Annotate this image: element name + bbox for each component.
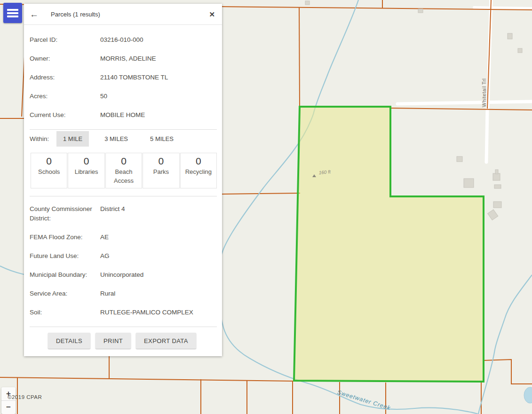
distance-label: 160 ft bbox=[318, 169, 331, 175]
stat-card-schools[interactable]: 0 Schools bbox=[31, 153, 67, 188]
detail-label: FEMA Flood Zone: bbox=[30, 233, 100, 242]
detail-label: Soil: bbox=[30, 308, 100, 317]
field-label: Current Use: bbox=[30, 110, 100, 120]
detail-value: Rural bbox=[100, 289, 217, 298]
stat-label: Beach Access bbox=[106, 167, 142, 185]
detail-row-fema-flood-zone: FEMA Flood Zone: AE bbox=[30, 233, 217, 242]
parcel-results-panel: ← Parcels (1 results) ✕ Parcel ID: 03216… bbox=[24, 4, 222, 356]
zoom-out-button[interactable]: − bbox=[1, 401, 16, 414]
field-label: Owner: bbox=[30, 54, 100, 63]
stat-card-libraries[interactable]: 0 Libraries bbox=[68, 153, 104, 188]
tab-1-mile[interactable]: 1 MILE bbox=[56, 131, 89, 147]
field-row-owner: Owner: MORRIS, ADELINE bbox=[30, 54, 217, 63]
close-icon[interactable]: ✕ bbox=[209, 11, 215, 18]
stat-count: 0 bbox=[181, 155, 216, 167]
export-data-button[interactable]: EXPORT DATA bbox=[136, 333, 196, 349]
detail-label: Service Area: bbox=[30, 289, 100, 298]
field-row-parcel-id: Parcel ID: 03216-010-000 bbox=[30, 35, 217, 45]
menu-button[interactable] bbox=[3, 3, 22, 23]
parcel-fields: Parcel ID: 03216-010-000 Owner: MORRIS, … bbox=[30, 35, 217, 120]
selected-parcel-polygon[interactable] bbox=[294, 107, 484, 382]
stat-label: Libraries bbox=[68, 167, 104, 176]
stat-count: 0 bbox=[68, 155, 104, 167]
divider bbox=[30, 129, 217, 130]
field-value: MOBILE HOME bbox=[100, 110, 217, 120]
detail-row-commissioner-district: County Commissioner District: District 4 bbox=[30, 204, 217, 223]
tab-5-miles[interactable]: 5 MILES bbox=[143, 131, 180, 147]
road-label: Whitetail Trl bbox=[481, 78, 487, 107]
panel-title: Parcels (1 results) bbox=[51, 11, 100, 18]
hamburger-icon bbox=[7, 9, 18, 11]
detail-row-future-land-use: Future Land Use: AG bbox=[30, 251, 217, 261]
pond bbox=[524, 387, 532, 403]
field-value: 03216-010-000 bbox=[100, 35, 217, 45]
divider bbox=[30, 327, 217, 327]
detail-row-soil: Soil: RUTLEGE-PAMLICO COMPLEX bbox=[30, 308, 217, 317]
creek-left-segment bbox=[0, 266, 24, 274]
stat-label: Recycling bbox=[181, 167, 216, 176]
stat-label: Schools bbox=[31, 167, 67, 176]
panel-body: Parcel ID: 03216-010-000 Owner: MORRIS, … bbox=[24, 35, 222, 349]
panel-actions: DETAILS PRINT EXPORT DATA bbox=[48, 333, 217, 349]
stat-count: 0 bbox=[31, 155, 67, 167]
field-row-address: Address: 21140 TOMBSTONE TL bbox=[30, 73, 217, 82]
detail-value: AG bbox=[100, 251, 217, 261]
divider bbox=[30, 196, 217, 196]
stat-card-beach-access[interactable]: 0 Beach Access bbox=[105, 153, 142, 188]
detail-row-service-area: Service Area: Rural bbox=[30, 289, 217, 298]
detail-label: Future Land Use: bbox=[30, 251, 100, 261]
within-selector: Within: 1 MILE 3 MILES 5 MILES bbox=[30, 131, 217, 147]
amenity-stat-cards: 0 Schools 0 Libraries 0 Beach Access 0 P… bbox=[31, 153, 217, 188]
detail-label: County Commissioner District: bbox=[30, 204, 100, 223]
app-window: 160 ft Sweetwater Creek Whitetail Trl ← … bbox=[0, 0, 532, 414]
panel-header: ← Parcels (1 results) ✕ bbox=[24, 4, 222, 25]
detail-value: Unincorporated bbox=[100, 270, 217, 280]
stat-count: 0 bbox=[106, 155, 142, 167]
field-value: 21140 TOMBSTONE TL bbox=[100, 73, 217, 82]
field-label: Parcel ID: bbox=[30, 35, 100, 45]
field-row-current-use: Current Use: MOBILE HOME bbox=[30, 110, 217, 120]
stat-label: Parks bbox=[143, 167, 179, 176]
detail-value: District 4 bbox=[100, 204, 217, 223]
field-value: MORRIS, ADELINE bbox=[100, 54, 217, 63]
print-button[interactable]: PRINT bbox=[95, 333, 131, 349]
detail-label: Municipal Boundary: bbox=[30, 270, 100, 280]
tab-3-miles[interactable]: 3 MILES bbox=[98, 131, 135, 147]
detail-value: RUTLEGE-PAMLICO COMPLEX bbox=[100, 308, 217, 317]
stat-card-recycling[interactable]: 0 Recycling bbox=[180, 153, 217, 188]
field-label: Acres: bbox=[30, 92, 100, 101]
field-value: 50 bbox=[100, 92, 217, 101]
creek-branch-path bbox=[478, 275, 532, 414]
detail-value: AE bbox=[100, 233, 217, 242]
map-zoom-control: + − bbox=[1, 387, 16, 414]
stat-count: 0 bbox=[143, 155, 179, 167]
detail-row-municipal-boundary: Municipal Boundary: Unincorporated bbox=[30, 270, 217, 280]
map-attribution: ©2019 CPAR bbox=[8, 394, 42, 400]
creek-label: Sweetwater Creek bbox=[336, 389, 391, 411]
parcel-details: County Commissioner District: District 4… bbox=[30, 204, 217, 317]
field-row-acres: Acres: 50 bbox=[30, 92, 217, 101]
field-label: Address: bbox=[30, 73, 100, 82]
stat-card-parks[interactable]: 0 Parks bbox=[143, 153, 179, 188]
road-casings bbox=[397, 0, 532, 162]
back-arrow-icon[interactable]: ← bbox=[30, 10, 39, 19]
within-label: Within: bbox=[30, 135, 56, 142]
details-button[interactable]: DETAILS bbox=[48, 333, 90, 349]
